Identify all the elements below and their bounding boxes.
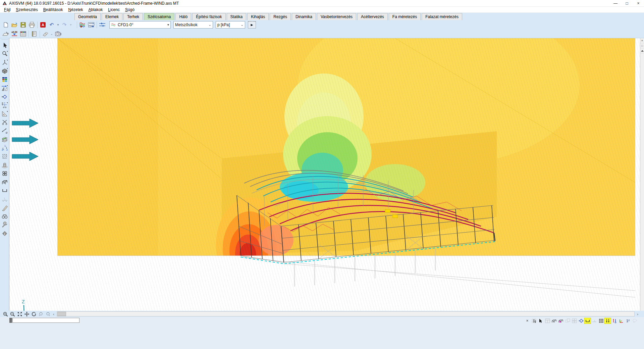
display-options-form-button[interactable] — [87, 21, 96, 29]
beam-supports-button[interactable] — [1, 195, 9, 204]
dimension-lines-button[interactable]: a — [1, 127, 9, 135]
storeys-level-button[interactable]: ±0.00 — [10, 30, 19, 38]
render-mode-button[interactable] — [1, 67, 9, 76]
find-binoculars-button[interactable] — [1, 212, 9, 221]
info-button[interactable]: i — [1, 229, 9, 238]
drawing-library-button[interactable] — [41, 30, 50, 38]
zoom-tool-button[interactable] — [1, 50, 9, 58]
tab-epitesi-fazisok[interactable]: Építési fázisok — [192, 13, 225, 20]
drawing-library-chevron-icon[interactable]: ⌄ — [50, 32, 54, 36]
scroll-up-button[interactable] — [640, 48, 644, 53]
menu-fajl[interactable]: Fájl — [1, 7, 13, 12]
arc-mode-icon[interactable] — [591, 318, 598, 324]
tab-elemek[interactable]: Elemek — [102, 13, 122, 20]
path-edit-button[interactable] — [1, 187, 9, 195]
menu-beallitasok[interactable]: Beállítások — [41, 7, 66, 12]
undo-button[interactable]: ↶ — [47, 21, 56, 29]
window-tiles-icon[interactable] — [571, 318, 578, 324]
menu-szerkesztes[interactable]: Szerkesztés — [13, 7, 40, 12]
renumbering-button[interactable]: 123 — [1, 144, 9, 152]
pan-button[interactable] — [23, 311, 30, 317]
canvas-close-button[interactable]: × — [640, 38, 644, 43]
canvas-restore-button[interactable]: □ — [640, 43, 644, 48]
redo-history-chevron-icon[interactable]: ▾ — [69, 23, 73, 27]
vertical-scrollbar[interactable]: × □ — [640, 38, 644, 338]
tab-kihajlas[interactable]: Kihajlás — [247, 13, 269, 20]
section-planes-button[interactable] — [1, 135, 9, 144]
horizontal-scrollbar[interactable] — [57, 311, 635, 316]
redo-button[interactable]: ↷ — [60, 21, 69, 29]
undo-history-chevron-icon[interactable]: ▾ — [56, 23, 60, 27]
polyline-mode-icon[interactable] — [584, 318, 591, 324]
pdf-export-button[interactable]: A — [39, 21, 47, 29]
loads-display-icon[interactable] — [604, 318, 611, 324]
workplane-icon[interactable] — [551, 318, 557, 324]
set-square-button[interactable] — [1, 109, 9, 118]
open-file-button[interactable] — [10, 21, 19, 29]
tab-fa-meretezes[interactable]: Fa méretezés — [389, 13, 421, 20]
mesh-grid-icon[interactable] — [598, 318, 604, 324]
tab-terhek[interactable]: Terhek — [123, 13, 143, 20]
delete-x-icon[interactable]: × — [524, 318, 531, 324]
maximize-button[interactable]: □ — [621, 0, 633, 6]
display-mode-dropdown[interactable]: Metszősíkok ⌄ — [173, 21, 213, 29]
minimize-button[interactable]: — — [610, 0, 621, 6]
hscroll-left-button[interactable]: ‹ — [51, 312, 56, 316]
tab-aceltervezes[interactable]: Acéltervezés — [357, 13, 388, 20]
grid-snap-icon[interactable] — [531, 318, 537, 324]
tab-statika[interactable]: Statika — [227, 13, 247, 20]
display-mode-sliders-button[interactable] — [98, 21, 107, 29]
model-view-canvas[interactable]: Z X Y × d dX[m] :114,688 dY[m] :305,610 … — [9, 38, 640, 338]
tab-halo[interactable]: Háló — [175, 13, 191, 20]
result-component-dropdown[interactable]: p [kPa] ⌄ — [216, 21, 245, 29]
save-button[interactable] — [19, 21, 28, 29]
selection-cursor-button[interactable] — [1, 41, 9, 50]
tab-falazat-meretezes[interactable]: Falazat méretezés — [422, 13, 462, 20]
command-line-input[interactable] — [12, 318, 79, 323]
workplanes-button[interactable] — [1, 30, 10, 38]
display-mode-triangles-button[interactable] — [1, 84, 9, 93]
hscroll-right-button[interactable]: › — [635, 312, 640, 316]
settings-wrench-button[interactable] — [1, 221, 9, 230]
menu-sugo[interactable]: Súgó — [122, 7, 137, 12]
report-maker-button[interactable] — [30, 30, 39, 38]
paint-chisel-button[interactable] — [1, 204, 9, 212]
menu-nezetek[interactable]: Nézetek — [65, 7, 86, 12]
partial-view-button[interactable] — [1, 152, 9, 161]
tab-vasbetontervezes[interactable]: Vasbetontervezés — [317, 13, 356, 20]
tab-geometria[interactable]: Geometria — [74, 13, 101, 20]
tab-dinamika[interactable]: Dinamika — [292, 13, 316, 20]
lasso-select-icon[interactable] — [631, 318, 638, 324]
local-axes-icon[interactable] — [618, 318, 625, 324]
load-case-dropdown[interactable]: CFD1-0° ▾ — [109, 21, 171, 29]
perpendicular-snap-icon[interactable] — [578, 318, 584, 324]
break-line-button[interactable] — [1, 118, 9, 127]
zoom-in-button[interactable] — [2, 311, 9, 317]
menu-licenc[interactable]: Licenc — [105, 7, 122, 12]
structural-frame-button[interactable] — [1, 178, 9, 187]
save-to-drawing-library-button[interactable] — [54, 30, 62, 38]
reactions-display-icon[interactable] — [611, 318, 618, 324]
zoom-fit-button[interactable] — [16, 311, 23, 317]
table-icon[interactable] — [544, 318, 551, 324]
tab-szelcsatorna[interactable]: Szélcsatorna — [144, 13, 174, 20]
table-browser-button[interactable] — [19, 30, 28, 38]
workplane-active-icon[interactable] — [557, 318, 564, 324]
rotate-view-button[interactable] — [30, 311, 37, 317]
print-button[interactable] — [28, 21, 36, 29]
zoom-out-button[interactable] — [9, 311, 16, 317]
geometry-check-button[interactable] — [1, 92, 9, 101]
zoom-undo-button[interactable] — [37, 311, 44, 317]
zoom-redo-button[interactable] — [44, 311, 51, 317]
result-display-parameters-button[interactable] — [78, 21, 87, 29]
degrees-of-freedom-button[interactable] — [1, 101, 9, 110]
close-button[interactable]: × — [633, 0, 644, 6]
color-scheme-palette-button[interactable] — [1, 75, 9, 84]
animation-play-button[interactable]: ▶ — [248, 21, 256, 29]
cursor-arrow-icon[interactable] — [537, 318, 544, 324]
menu-ablakok[interactable]: Ablakok — [86, 7, 105, 12]
solid-display-button[interactable] — [1, 161, 9, 169]
views-3d-button[interactable] — [1, 58, 9, 67]
numbering-icon[interactable]: 1² — [625, 318, 631, 324]
parts-groups-button[interactable] — [1, 169, 9, 178]
